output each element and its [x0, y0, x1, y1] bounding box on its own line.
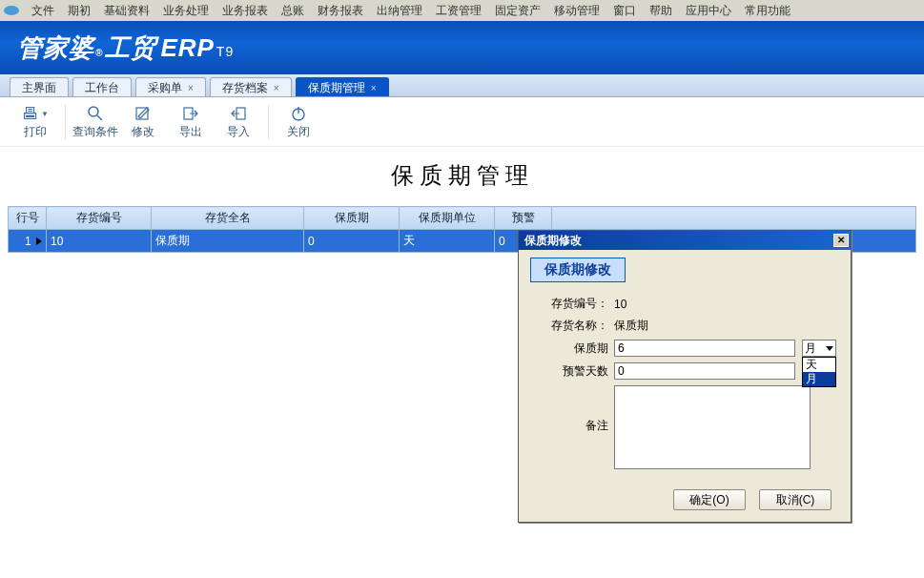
tab-label: 保质期管理 [308, 80, 365, 96]
cell-name: 保质期 [152, 230, 304, 253]
tool-label: 导出 [167, 124, 215, 140]
tool-label: 关闭 [275, 124, 322, 140]
tool-label: 打印 [11, 124, 59, 140]
warn-input[interactable] [614, 362, 795, 380]
unit-dropdown: 天 月 [802, 357, 836, 387]
cell-rownum: 1 [9, 230, 47, 253]
query-button[interactable]: 查询条件 [72, 103, 119, 140]
cell-unit: 天 [400, 230, 495, 253]
dialog-buttons: 确定(O) 取消(C) [530, 478, 839, 512]
logo: 管家婆® 工贸 ERP T9 [17, 31, 234, 65]
menu-payroll[interactable]: 工资管理 [429, 0, 488, 22]
menu-gl[interactable]: 总账 [275, 0, 311, 22]
period-input[interactable] [614, 340, 795, 357]
shelflife-edit-dialog: 保质期修改 ✕ 保质期修改 存货编号： 10 存货名称： 保质期 保质期 月 [518, 230, 852, 523]
tab-purchase[interactable]: 采购单× [135, 77, 206, 96]
tab-label: 采购单 [148, 80, 182, 96]
row-period: 保质期 月 天 月 [530, 340, 839, 357]
col-name[interactable]: 存货全名 [152, 207, 304, 230]
close-icon[interactable]: × [371, 83, 377, 93]
tab-shelflife[interactable]: 保质期管理× [296, 77, 389, 96]
col-rownum[interactable]: 行号 [9, 207, 47, 230]
label-remark: 备注 [530, 385, 614, 434]
edit-icon [119, 103, 167, 124]
tab-label: 主界面 [22, 80, 56, 96]
svg-line-1 [97, 115, 102, 120]
cell-period: 0 [304, 230, 400, 253]
svg-rect-2 [136, 108, 148, 119]
page-title: 保质期管理 [0, 147, 924, 206]
col-period[interactable]: 保质期 [304, 207, 400, 230]
row-code: 存货编号： 10 [530, 296, 839, 312]
power-icon [275, 103, 322, 124]
logo-version: T9 [216, 44, 234, 59]
dialog-titlebar[interactable]: 保质期修改 ✕ [519, 231, 851, 250]
printer-icon: 🖶▼ [11, 103, 59, 124]
col-warn[interactable]: 预警 [495, 207, 552, 230]
menu-favorites[interactable]: 常用功能 [738, 0, 797, 22]
menu-finreport[interactable]: 财务报表 [311, 0, 370, 22]
tabbar: 主界面 工作台 采购单× 存货档案× 保质期管理× [0, 74, 924, 97]
menu-cashier[interactable]: 出纳管理 [370, 0, 429, 22]
menu-init[interactable]: 期初 [61, 0, 97, 22]
menu-business[interactable]: 业务处理 [156, 0, 216, 22]
menu-mobile[interactable]: 移动管理 [547, 0, 606, 22]
chevron-down-icon: ▼ [41, 110, 49, 118]
edit-button[interactable]: 修改 [119, 103, 167, 140]
menu-file[interactable]: 文件 [25, 0, 61, 22]
banner: 管家婆® 工贸 ERP T9 [0, 21, 924, 74]
tab-main[interactable]: 主界面 [10, 77, 69, 96]
unit-option-month[interactable]: 月 [803, 372, 835, 386]
col-unit[interactable]: 保质期单位 [400, 207, 495, 230]
logo-erp: ERP [160, 33, 214, 63]
export-button[interactable]: 导出 [167, 103, 215, 140]
logo-reg: ® [95, 48, 103, 58]
import-icon [215, 103, 262, 124]
remark-textarea[interactable] [614, 385, 811, 469]
dialog-section-label: 保质期修改 [530, 258, 626, 282]
menu-window[interactable]: 窗口 [606, 0, 643, 22]
row-name: 存货名称： 保质期 [530, 318, 839, 334]
label-warn: 预警天数 [530, 363, 614, 380]
tab-workbench[interactable]: 工作台 [72, 77, 132, 96]
svg-point-0 [89, 107, 98, 116]
cancel-button[interactable]: 取消(C) [759, 489, 832, 510]
menu-bizreport[interactable]: 业务报表 [216, 0, 275, 22]
ok-button[interactable]: 确定(O) [673, 489, 746, 510]
unit-option-day[interactable]: 天 [803, 358, 835, 372]
menu-basicdata[interactable]: 基础资料 [97, 0, 156, 22]
separator [65, 105, 66, 139]
close-icon[interactable]: × [274, 83, 279, 93]
tool-label: 导入 [215, 124, 262, 140]
app-icon [4, 6, 19, 15]
tab-label: 存货档案 [222, 80, 268, 96]
row-remark: 备注 [530, 385, 839, 472]
menu-help[interactable]: 帮助 [643, 0, 679, 22]
menubar: 文件 期初 基础资料 业务处理 业务报表 总账 财务报表 出纳管理 工资管理 固… [0, 0, 924, 21]
menu-appcenter[interactable]: 应用中心 [679, 0, 738, 22]
grid-header-row: 行号 存货编号 存货全名 保质期 保质期单位 预警 [9, 207, 916, 230]
logo-brand: 管家婆 [17, 31, 94, 65]
col-code[interactable]: 存货编号 [47, 207, 152, 230]
unit-select[interactable]: 月 [802, 340, 836, 357]
tab-label: 工作台 [85, 80, 119, 96]
row-warn: 预警天数 [530, 362, 839, 380]
tool-label: 查询条件 [72, 124, 119, 140]
close-button[interactable]: 关闭 [275, 103, 322, 140]
import-button[interactable]: 导入 [215, 103, 262, 140]
value-name: 保质期 [614, 318, 839, 334]
label-code: 存货编号： [530, 296, 614, 312]
dialog-close-button[interactable]: ✕ [833, 234, 849, 247]
tab-inventory[interactable]: 存货档案× [210, 77, 292, 96]
unit-selected: 月 [805, 341, 816, 357]
export-icon [167, 103, 215, 124]
value-code: 10 [614, 298, 839, 311]
chevron-down-icon [826, 346, 833, 351]
row-indicator-icon [36, 237, 42, 245]
print-button[interactable]: 🖶▼ 打印 [11, 103, 59, 140]
close-icon[interactable]: × [188, 83, 194, 93]
menu-fixedassets[interactable]: 固定资产 [488, 0, 547, 22]
cell-code: 10 [47, 230, 152, 253]
dialog-title: 保质期修改 [524, 233, 582, 249]
search-icon [72, 103, 119, 124]
